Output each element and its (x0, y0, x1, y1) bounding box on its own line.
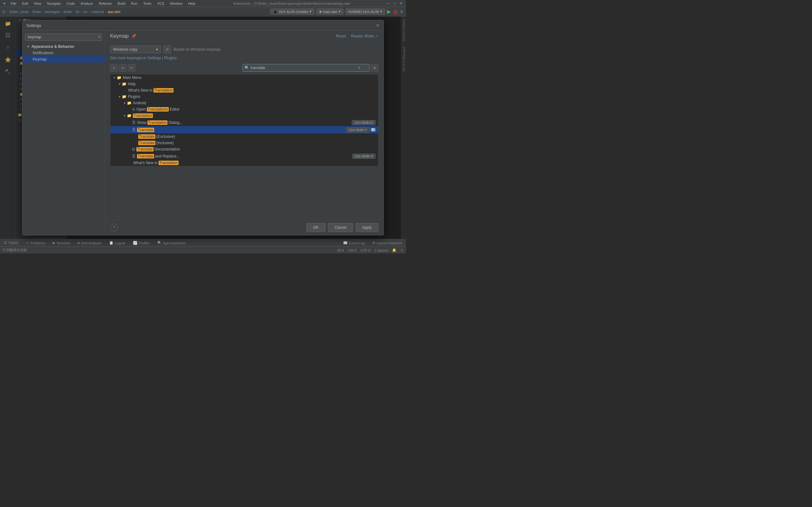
menu-build[interactable]: Build (115, 1, 128, 6)
tree-whats-new-2[interactable]: What's New in Translation (110, 160, 378, 166)
keymap-selector[interactable]: Windows copy ▾ (110, 46, 161, 53)
dialog-title: Settings (26, 23, 41, 28)
device2-selector[interactable]: HUAWEI HLK-AL00 ▾ (345, 9, 385, 14)
reset-button[interactable]: Reset (336, 34, 346, 38)
menu-navigate[interactable]: Navigate (44, 1, 63, 6)
status-git-icon: 🔔 (392, 248, 397, 252)
ok-button[interactable]: OK (306, 223, 325, 232)
logcat-tab[interactable]: 📋 Logcat (108, 240, 126, 245)
edit-shortcut-button[interactable]: ✏ (128, 64, 136, 72)
settings-right-panel: Keymap 📌 Reset Reader Mode ✓ (105, 31, 384, 235)
settings-tree-appearance[interactable]: ▼ Appearance & Behavior (22, 43, 105, 50)
minimize-button[interactable]: — (386, 1, 391, 6)
app-inspection-tab[interactable]: 🔍 App Inspection (156, 240, 188, 245)
android-label: Android (133, 101, 375, 105)
status-encoding[interactable]: UTF-8 (361, 248, 370, 252)
reader-mode-toggle[interactable]: Reader Mode ✓ (351, 34, 378, 38)
status-translate-text[interactable]: 打开翻译对话框 (3, 248, 27, 252)
main-layout: 📁 🖼 ≡ ⭐ 🔨 ▼ 📁 Project ▼ 📁 flutter 🗒 .da.… (0, 16, 406, 239)
menu-view[interactable]: View (32, 1, 44, 6)
breadcrumb-packages[interactable]: packages (45, 10, 60, 14)
menu-refactor[interactable]: Refactor (96, 1, 114, 6)
dialog-close-button[interactable]: ✕ (376, 23, 380, 28)
status-warn-icon: ⚠ (400, 248, 403, 252)
tree-android[interactable]: ▼ 📁 Android (110, 100, 378, 106)
menu-run[interactable]: Run (129, 1, 140, 6)
breadcrumb-lib[interactable]: lib (76, 10, 79, 14)
close-button[interactable]: ✕ (398, 1, 403, 6)
cancel-button[interactable]: Cancel (328, 223, 353, 232)
search-clear-button[interactable]: ✕ (357, 66, 361, 70)
menu-help[interactable]: Help (186, 1, 198, 6)
plugins-link[interactable]: Plugins (164, 56, 177, 60)
status-line-ending[interactable]: CRLF (348, 248, 357, 252)
maximize-button[interactable]: □ (392, 1, 397, 6)
tree-translate-inclusive[interactable]: Translate (Inclusive) (110, 140, 378, 146)
menu-analyze[interactable]: Analyze (78, 1, 96, 6)
device-selector[interactable]: 📱 HLK AL00 (mobile) ▾ (270, 9, 314, 14)
settings-tree-keymap[interactable]: Keymap (22, 56, 105, 62)
dialog-footer: ? OK Cancel Apply (105, 220, 384, 235)
problems-tab[interactable]: ⚠ Problems (25, 240, 46, 245)
tree-translate-exclusive[interactable]: Translate (Exclusive) (110, 133, 378, 140)
settings-search-input[interactable] (25, 33, 102, 41)
tree-show-translation[interactable]: 文 Show Translation Dialog... Ctrl+Shift+… (110, 119, 378, 126)
menu-window[interactable]: Window (167, 1, 185, 6)
dart-analysis-tab[interactable]: ◈ Dart Analysis (76, 240, 103, 245)
tree-whats-new-1[interactable]: What's New in Translation (110, 87, 378, 94)
tree-open-translations[interactable]: ⊙ Open Translations Editor (110, 106, 378, 112)
expand-all-button[interactable]: ≡ (110, 64, 118, 72)
status-bar-right: 69:4 CRLF UTF-8 2 spaces 🔔 ⚠ (337, 248, 403, 252)
tree-translate-docs[interactable]: ⊡ Translate Documentation (110, 146, 378, 153)
tree-help[interactable]: ▼ 📁 Help (110, 81, 378, 87)
tree-main-menu[interactable]: ▼ 📁 Main Menu (110, 74, 378, 81)
main-menu-label: Main Menu (123, 75, 375, 80)
tree-translation-folder[interactable]: ▼ 📁 Translation (110, 112, 378, 119)
breadcrumb-app-dart[interactable]: app.dart (107, 10, 120, 14)
help-label: Help (128, 82, 375, 86)
tree-plugins[interactable]: ▼ 📁 Plugins (110, 94, 378, 100)
main-toolbar: D: › flutter_study › flutter › packages … (0, 7, 406, 16)
event-log-tab[interactable]: 📰 Event Log (342, 240, 366, 245)
settings-toolbar-icon[interactable]: ⚙ (400, 9, 403, 14)
layout-inspector-label: Layout Inspector (376, 241, 402, 245)
dialog-overlay: Settings ✕ ✕ ▼ Appearance & Behavior (0, 16, 406, 239)
breadcrumb-flutter[interactable]: flutter (32, 10, 41, 14)
tree-translate-replace[interactable]: 文 Translate and Replace... Ctrl+Shift+X (110, 153, 378, 160)
profiler-tab[interactable]: 📈 Profiler (132, 240, 151, 245)
keymap-search-input[interactable] (243, 64, 369, 72)
keymap-gear-button[interactable]: ⚙ (163, 46, 171, 53)
search-clear-icon[interactable]: ✕ (98, 35, 101, 39)
app-inspection-label: App Inspection (163, 241, 186, 245)
breadcrumb-flutter-study[interactable]: flutter_study (10, 10, 29, 14)
search-icon: 🔍 (245, 66, 249, 70)
menu-tools[interactable]: Tools (141, 1, 154, 6)
breadcrumb-material[interactable]: material (91, 10, 104, 14)
run-button[interactable]: ▶ (387, 9, 391, 14)
terminal-tab[interactable]: ▶ Terminal (51, 240, 71, 245)
menu-vcs[interactable]: VCS (154, 1, 167, 6)
apply-button[interactable]: Apply (356, 223, 378, 232)
status-position[interactable]: 69:4 (337, 248, 344, 252)
translate-replace-shortcut: Ctrl+Shift+X (352, 154, 375, 159)
keymap-section-title: Keymap (110, 33, 129, 39)
window-title: flutterstudy – D:\flutter_study\flutter\… (199, 2, 385, 5)
todo-tab[interactable]: ☰ TODO (3, 240, 20, 245)
tree-translate-main[interactable]: 文 Translate Ctrl+Shift+Y D (110, 126, 378, 133)
search-scope-button[interactable]: ⊕ (371, 64, 378, 72)
collapse-all-button[interactable]: ⇌ (119, 64, 126, 72)
status-indent[interactable]: 2 spaces (374, 248, 388, 252)
file-selector[interactable]: ◈ main.dart ▾ (316, 9, 344, 14)
layout-inspector-tab[interactable]: ⊞ Layout Inspector (371, 240, 403, 245)
get-more-link[interactable]: Get more keymaps in Settings (110, 56, 161, 60)
debug-button[interactable]: 🐞 (393, 9, 398, 14)
show-translation-icon: 文 (132, 120, 136, 125)
breadcrumb-d[interactable]: D: (3, 10, 6, 14)
breadcrumb-flutter2[interactable]: flutter (63, 10, 72, 14)
menu-code[interactable]: Code (64, 1, 78, 6)
help-button[interactable]: ? (110, 224, 118, 231)
menu-file[interactable]: File (8, 1, 19, 6)
breadcrumb-src[interactable]: src (83, 10, 88, 14)
settings-tree-notifications[interactable]: Notifications (22, 50, 105, 56)
menu-edit[interactable]: Edit (20, 1, 31, 6)
